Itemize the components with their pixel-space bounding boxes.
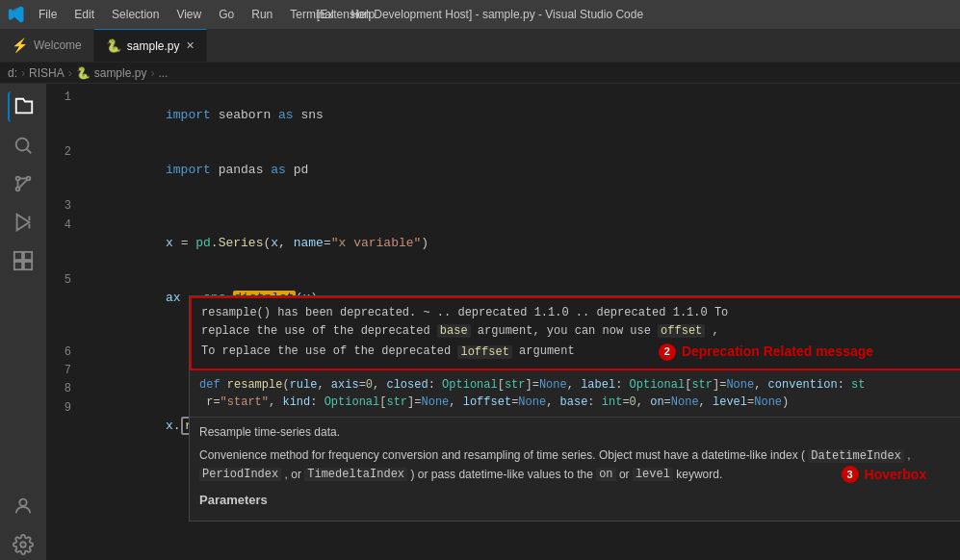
annotation-2-text: Deprecation Related message (682, 341, 873, 362)
circle-3: 3 (842, 466, 859, 483)
breadcrumb-file-icon: 🐍 (76, 66, 91, 80)
tab-sample-py[interactable]: 🐍 sample.py ✕ (94, 29, 207, 62)
editor-content[interactable]: 1 import seaborn as sns 2 import pandas … (46, 84, 960, 560)
circle-2: 2 (659, 344, 676, 361)
source-control-icon[interactable] (8, 168, 39, 199)
breadcrumb-file: sample.py (94, 66, 147, 80)
titlebar: File Edit Selection View Go Run Terminal… (0, 0, 960, 29)
menu-go[interactable]: Go (211, 6, 242, 23)
menu-file[interactable]: File (31, 6, 65, 23)
svg-point-15 (19, 499, 26, 506)
svg-line-7 (19, 180, 27, 188)
svg-rect-14 (24, 262, 32, 269)
annotation-3: 3 Hoverbox (842, 465, 927, 485)
code-line-3: 3 (46, 197, 960, 216)
svg-line-1 (27, 149, 31, 153)
explorer-icon[interactable] (8, 91, 39, 122)
hover-signature: def resample(rule, axis=0, closed: Optio… (190, 370, 960, 418)
activity-bar (0, 84, 46, 560)
svg-point-2 (16, 177, 20, 181)
breadcrumb: d: › RISHA › 🐍 sample.py › ... (0, 63, 960, 84)
breadcrumb-drive: d: (8, 66, 17, 80)
svg-rect-13 (14, 262, 22, 269)
menu-selection[interactable]: Selection (104, 6, 167, 23)
tab-welcome[interactable]: ⚡ Welcome (0, 29, 94, 62)
tab-welcome-label: Welcome (34, 38, 82, 52)
code-line-4: 4 x = pd.Series(x, name="x variable") (46, 216, 960, 270)
breadcrumb-folder: RISHA (29, 66, 65, 80)
menu-view[interactable]: View (169, 6, 209, 23)
extensions-icon[interactable] (8, 245, 39, 276)
search-icon[interactable] (8, 130, 39, 161)
svg-point-4 (27, 177, 31, 181)
tab-sample-py-label: sample.py (127, 39, 180, 53)
hover-box: resample() has been deprecated. ~ .. dep… (189, 295, 960, 522)
menu-run[interactable]: Run (244, 6, 280, 23)
code-line-1: 1 import seaborn as sns (46, 88, 960, 142)
settings-icon[interactable] (8, 529, 39, 560)
welcome-icon: ⚡ (12, 38, 28, 53)
vscode-logo (8, 6, 25, 23)
tab-close-button[interactable]: ✕ (186, 39, 195, 52)
run-icon[interactable] (8, 207, 39, 238)
svg-point-3 (16, 188, 20, 191)
hover-desc-long: Convenience method for frequency convers… (199, 446, 960, 485)
menu-edit[interactable]: Edit (66, 6, 102, 23)
svg-point-16 (20, 542, 26, 547)
accounts-icon[interactable] (8, 491, 39, 522)
hover-deprecation-box: resample() has been deprecated. ~ .. dep… (190, 296, 960, 370)
window-title: [Extension Development Host] - sample.py… (317, 8, 643, 21)
code-line-2: 2 import pandas as pd (46, 142, 960, 197)
deprecation-line1: resample() has been deprecated. ~ .. dep… (201, 306, 728, 319)
deprecation-line2: replace the use of the deprecated base a… (201, 324, 719, 338)
annotation-3-text: Hoverbox (865, 465, 927, 485)
svg-rect-11 (14, 252, 22, 260)
hover-body: Resample time-series data. Convenience m… (190, 418, 960, 522)
hover-params-label: Parameters (199, 491, 960, 510)
python-file-icon: 🐍 (106, 38, 121, 53)
deprecation-line3: To replace the use of the deprecated lof… (201, 345, 575, 359)
svg-marker-8 (17, 215, 30, 231)
svg-point-0 (16, 139, 29, 151)
editor-area: 1 import seaborn as sns 2 import pandas … (0, 84, 960, 560)
hover-deprecation-wrapper: resample() has been deprecated. ~ .. dep… (190, 296, 960, 370)
annotation-2: 2 Deprecation Related message (659, 341, 873, 362)
hover-desc-short: Resample time-series data. (199, 423, 960, 441)
tab-bar: ⚡ Welcome 🐍 sample.py ✕ (0, 29, 960, 63)
breadcrumb-more: ... (158, 66, 168, 80)
svg-rect-12 (24, 252, 32, 260)
